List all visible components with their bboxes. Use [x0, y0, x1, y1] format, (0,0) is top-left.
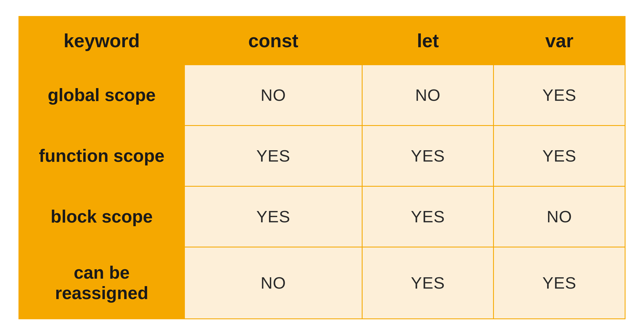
- cell-function-var: YES: [494, 125, 625, 186]
- header-var: var: [494, 16, 625, 65]
- comparison-table: keyword const let var global scope NO NO…: [18, 16, 626, 319]
- cell-global-let: NO: [362, 65, 494, 125]
- row-header-reassigned: can be reassigned: [19, 247, 185, 319]
- cell-reassigned-const: NO: [185, 247, 362, 319]
- table-row: global scope NO NO YES: [19, 65, 625, 125]
- cell-reassigned-let: YES: [362, 247, 494, 319]
- page-container: keyword const let var global scope NO NO…: [0, 0, 644, 335]
- cell-function-let: YES: [362, 125, 494, 186]
- cell-function-const: YES: [185, 125, 362, 186]
- cell-global-var: YES: [494, 65, 625, 125]
- header-const: const: [185, 16, 362, 65]
- cell-block-let: YES: [362, 186, 494, 247]
- row-header-block-scope: block scope: [19, 186, 185, 247]
- cell-reassigned-var: YES: [494, 247, 625, 319]
- header-row: keyword const let var: [19, 16, 625, 65]
- cell-block-var: NO: [494, 186, 625, 247]
- table-row: can be reassigned NO YES YES: [19, 247, 625, 319]
- row-header-function-scope: function scope: [19, 125, 185, 186]
- header-keyword: keyword: [19, 16, 185, 65]
- table-row: block scope YES YES NO: [19, 186, 625, 247]
- table-row: function scope YES YES YES: [19, 125, 625, 186]
- cell-global-const: NO: [185, 65, 362, 125]
- cell-block-const: YES: [185, 186, 362, 247]
- header-let: let: [362, 16, 494, 65]
- row-header-global-scope: global scope: [19, 65, 185, 125]
